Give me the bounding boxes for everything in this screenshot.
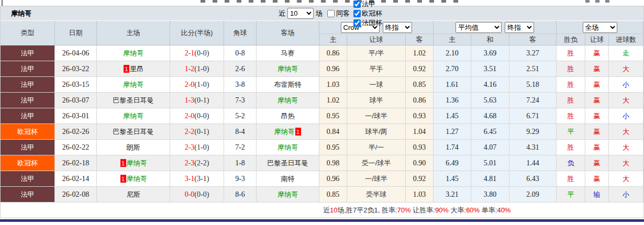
score-cell: 2-3(2-2)	[170, 155, 224, 171]
team-name: 尼斯	[127, 190, 140, 199]
result-goals-cell: 小	[609, 108, 643, 123]
odds-handicap-cell: 一/球半	[347, 171, 406, 186]
header-home: 主场	[97, 21, 170, 45]
recent-label: 近	[279, 9, 285, 18]
rank-badge: 1	[120, 159, 126, 167]
result-handicap-cell: 输	[585, 187, 609, 202]
result-goals-cell: 小	[609, 77, 643, 92]
team-name: 巴黎圣日耳曼	[268, 159, 308, 168]
match-row: 法甲26-04-06摩纳哥2-1(0-0)0-8马赛0.86平/半1.022.1…	[1, 46, 643, 61]
average-select[interactable]: 平均值	[456, 22, 502, 33]
average-select-group: 平均值 终指	[434, 21, 557, 34]
result-wdl-cell: 平	[557, 187, 585, 202]
same-venue-filter[interactable]: 同客	[323, 9, 350, 18]
score-cell: 2-3(1-0)	[170, 140, 224, 155]
header-result-wdl: 胜负	[557, 34, 585, 45]
league-filter-checkbox[interactable]	[353, 10, 361, 17]
match-row: 法甲26-02-08尼斯0-0(0-0)8-6摩纳哥0.85受半球1.033.2…	[1, 187, 643, 203]
date-cell: 26-02-22	[55, 140, 97, 155]
league-type-cell: 欧冠杯	[1, 155, 55, 171]
result-wdl-cell: 胜	[557, 108, 585, 123]
summary-row: 近10场,胜7平2负1, 胜率:70% 让胜率:90% 大率:60% 单率:40…	[1, 203, 643, 218]
result-handicap-cell: 赢	[585, 108, 609, 123]
date-cell: 26-02-14	[55, 171, 97, 186]
match-row: 法甲26-03-221里昂1-2(1-0)2-6摩纳哥0.96平手0.922.7…	[1, 61, 643, 77]
result-wdl-cell: 胜	[557, 171, 585, 186]
odds-away-cell: 0.90	[406, 155, 434, 171]
header-result-handicap: 让球	[585, 34, 609, 45]
same-venue-checkbox[interactable]	[327, 10, 335, 17]
result-goals-cell: 小	[609, 187, 643, 202]
header-score: 比分(半场)	[170, 21, 224, 45]
corners-cell: 1-8	[224, 155, 257, 171]
odds-away-cell: 1.03	[406, 187, 434, 202]
team-name: 南特	[281, 174, 295, 184]
avg-home-cell: 1.74	[434, 140, 471, 155]
match-row: 法甲26-02-22朗斯2-3(1-0)7-2摩纳哥0.95半/一0.931.7…	[1, 140, 643, 155]
rank-badge: 1	[124, 65, 129, 73]
rank-badge: 1	[295, 128, 301, 136]
corners-cell: 9-3	[224, 171, 257, 186]
summary-segment: 近	[323, 206, 330, 214]
date-cell: 26-02-26	[55, 124, 97, 139]
avg-away-cell: 7.24	[509, 93, 557, 108]
filter-controls: 近 10 场 同客 法甲欧冠杯法国杯	[279, 6, 382, 20]
team-name: 巴黎圣日耳曼	[113, 96, 154, 105]
score-cell: 2-1(0-0)	[170, 46, 224, 61]
avg-home-cell: 1.36	[434, 93, 471, 108]
header-away: 客场	[257, 21, 319, 45]
same-venue-label: 同客	[336, 9, 350, 18]
rank-badge: 1	[120, 175, 126, 183]
result-goals-cell: 大	[609, 140, 643, 155]
away-team-cell: 南特	[257, 171, 319, 186]
average-stage-select[interactable]: 终指	[505, 22, 534, 33]
result-handicap-cell: 赢	[585, 124, 609, 139]
home-team-cell: 摩纳哥	[97, 108, 170, 123]
score-cell: 0-0(0-0)	[170, 187, 224, 202]
odds-away-cell: 0.93	[406, 140, 434, 155]
league-type-cell: 法甲	[1, 93, 55, 108]
league-filter-checkbox[interactable]	[353, 19, 361, 27]
league-filter-1[interactable]: 欧冠杯	[350, 9, 382, 18]
team-name: 布雷斯特	[274, 80, 302, 89]
team-name: 摩纳哥	[123, 111, 143, 121]
home-team-cell: 巴黎圣日耳曼	[97, 124, 170, 139]
league-filter-checkbox[interactable]	[353, 1, 361, 8]
summary-segment: 让胜率:	[411, 206, 435, 214]
corners-cell: 7-2	[224, 140, 257, 155]
home-team-cell: 1摩纳哥	[97, 155, 170, 171]
avg-draw-cell: 3.80	[471, 187, 509, 202]
team-name: 摩纳哥	[127, 174, 147, 184]
team-name: 摩纳哥	[277, 96, 298, 105]
result-goals-cell: 大	[609, 61, 643, 76]
away-team-cell: 昂热	[257, 108, 319, 123]
scope-select-group: 全场	[557, 21, 643, 34]
home-team-cell: 巴黎圣日耳曼	[97, 93, 170, 108]
scope-select[interactable]: 全场	[583, 22, 617, 33]
recent-matches-select[interactable]: 10	[287, 8, 314, 19]
team-name: 摩纳哥	[277, 143, 298, 152]
odds-handicap-cell: 受半球	[347, 187, 406, 202]
league-filter-2[interactable]: 法国杯	[350, 18, 382, 28]
result-wdl-cell: 平	[557, 124, 585, 139]
league-filter-label: 法国杯	[362, 18, 382, 28]
cropped-text-remnant	[585, 0, 615, 3]
corners-cell: 7-3	[224, 93, 257, 108]
avg-away-cell: 9.29	[509, 124, 557, 139]
team-name: 摩纳哥	[127, 159, 147, 168]
summary-text: 近10场,胜7平2负1, 胜率:70% 让胜率:90% 大率:60% 单率:40…	[323, 206, 510, 215]
avg-draw-cell: 3.51	[471, 61, 509, 76]
league-filter-0[interactable]: 法甲	[350, 0, 382, 9]
team-name: 摩纳哥	[123, 49, 143, 58]
date-cell: 26-03-01	[55, 108, 97, 123]
team-name: 里昂	[130, 64, 143, 74]
date-cell: 26-02-18	[55, 155, 97, 171]
avg-draw-cell: 4.16	[471, 77, 509, 92]
panel-edge-fragment	[2, 0, 3, 6]
header-odds-home: 主	[319, 34, 347, 45]
date-cell: 26-02-08	[55, 187, 97, 202]
team-name: 摩纳哥	[123, 80, 143, 89]
avg-away-cell: 3.27	[509, 46, 557, 61]
bookmaker-stage-select[interactable]: 终指	[383, 22, 412, 33]
result-goals-cell: 大	[609, 124, 643, 139]
